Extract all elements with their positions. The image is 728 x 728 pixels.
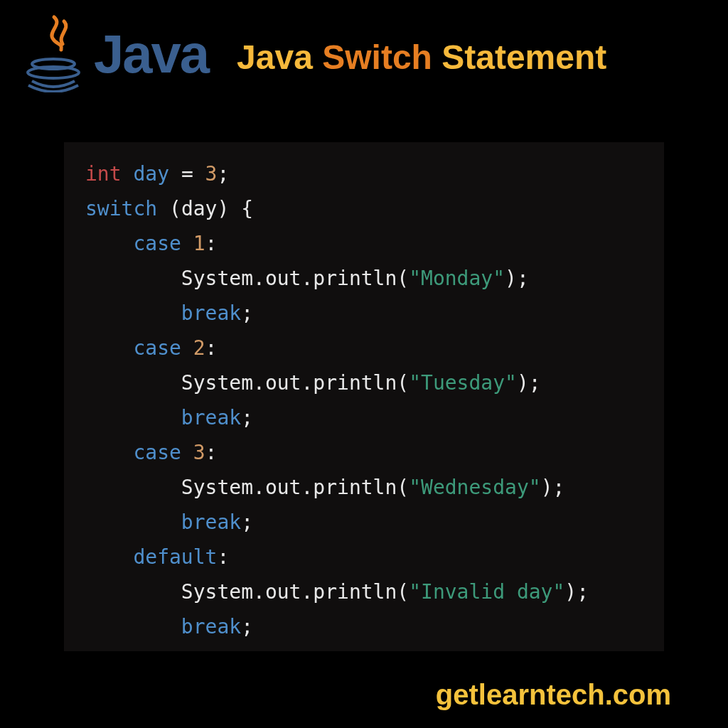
page-title: Java Switch Statement xyxy=(237,38,606,77)
code-line-11: break; xyxy=(85,510,253,534)
code-line-3: case 1: xyxy=(85,232,217,255)
logo-block: Java xyxy=(21,14,208,92)
code-block: int day = 3; switch (day) { case 1: Syst… xyxy=(64,142,664,651)
code-line-8: break; xyxy=(85,406,253,429)
code-line-5: break; xyxy=(85,301,253,325)
title-word-3: Statement xyxy=(441,38,606,76)
code-line-1: int day = 3; xyxy=(85,162,229,186)
code-line-10: System.out.println("Wednesday"); xyxy=(85,476,564,499)
title-word-2: Switch xyxy=(322,38,432,76)
code-line-12: default: xyxy=(85,545,229,569)
java-wordmark: Java xyxy=(94,23,208,85)
code-line-14: break; xyxy=(85,615,253,638)
code-line-9: case 3: xyxy=(85,441,217,464)
code-line-4: System.out.println("Monday"); xyxy=(85,267,529,290)
code-line-7: System.out.println("Tuesday"); xyxy=(85,371,541,395)
code-line-2: switch (day) { xyxy=(85,197,253,220)
java-logo-icon xyxy=(21,14,85,92)
code-line-13: System.out.println("Invalid day"); xyxy=(85,580,589,604)
header: Java Java Switch Statement xyxy=(0,0,728,92)
code-line-6: case 2: xyxy=(85,336,217,360)
title-word-1: Java xyxy=(237,38,313,76)
footer-site: getlearntech.com xyxy=(436,679,671,711)
